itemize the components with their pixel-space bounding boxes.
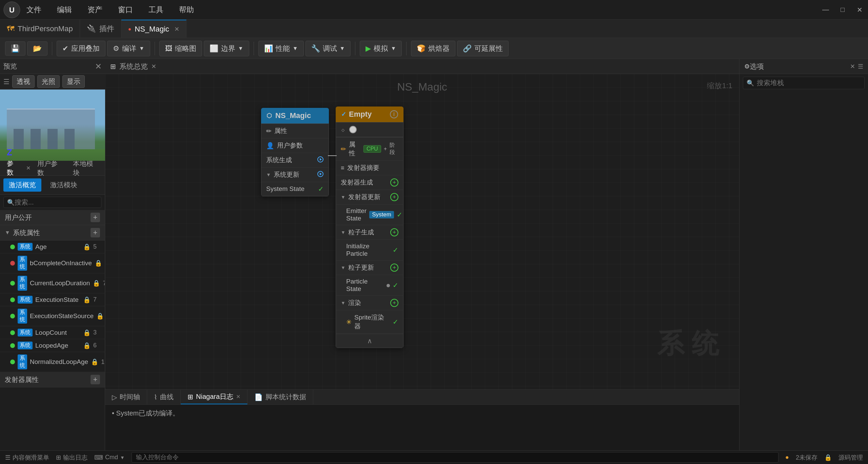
menu-file[interactable]: 文件 (24, 3, 44, 17)
empty-row-particle-gen[interactable]: ▼ 粒子生成 + (336, 225, 403, 240)
activate-tab-module[interactable]: 激活模块 (45, 178, 83, 192)
empty-node-footer[interactable]: ∧ (336, 334, 403, 348)
section-emitter-attrs-label: 发射器属性 (5, 375, 39, 384)
add-user-public-button[interactable]: + (91, 213, 100, 222)
extend-button[interactable]: 🔗 可延展性 (457, 41, 509, 56)
system-overview-close-icon[interactable]: ✕ (151, 63, 156, 70)
browse-button[interactable]: 📂 (27, 41, 47, 56)
add-emitter-gen-icon[interactable]: + (390, 178, 398, 187)
cmd-button[interactable]: ⌨ Cmd ▼ (94, 454, 125, 461)
ns-row-attributes[interactable]: ✏ 属性 (261, 124, 329, 138)
log-tab-curves[interactable]: ⌇ 曲线 (147, 390, 181, 404)
ns-row-user-params[interactable]: 👤 用户参数 (261, 138, 329, 153)
add-emitter-update-icon[interactable]: + (390, 193, 398, 201)
close-button[interactable]: ✕ (854, 5, 865, 15)
empty-row-emitter-gen[interactable]: 发射器生成 + (336, 175, 403, 190)
maximize-button[interactable]: □ (837, 5, 848, 15)
empty-row-render[interactable]: ▼ 渲染 + (336, 296, 403, 310)
compile-button[interactable]: ⚙ 编详 ▼ (107, 41, 150, 56)
plus-circle-emitter-gen[interactable]: + (390, 178, 398, 187)
plus-circle-emitter-update[interactable]: + (390, 193, 398, 201)
empty-row-emitter-update[interactable]: ▼ 发射器更新 + (336, 190, 403, 205)
params-tab-close-params[interactable]: ✕ (26, 165, 31, 171)
empty-row-particle-update[interactable]: ▼ 粒子更新 + (336, 260, 403, 275)
log-tab-niagara[interactable]: ⊞ Niagara日志 ✕ (181, 390, 248, 404)
empty-info-icon[interactable]: i (390, 110, 398, 118)
ns-row-system-update[interactable]: ▼ 系统更新 (261, 168, 329, 182)
add-render-icon[interactable]: + (390, 299, 398, 307)
empty-row-init-particle[interactable]: Initialize Particle ✓ (336, 240, 403, 260)
add-particle-gen-icon[interactable]: + (390, 228, 398, 236)
empty-row-summary[interactable]: ≡ 发射器摘要 (336, 161, 403, 175)
bake-button[interactable]: 🍞 烘焙器 (411, 41, 455, 56)
content-sidebar-button[interactable]: ☰ 内容侧滑菜单 (5, 453, 49, 462)
show-button[interactable]: 显示 (62, 75, 85, 88)
empty-row-sprite-renderer[interactable]: ✳ Sprite渲染器 ✓ (336, 310, 403, 334)
section-system-attrs[interactable]: ▼ 系统属性 + (0, 225, 105, 240)
menu-edit[interactable]: 编辑 (54, 3, 75, 17)
thumbnail-button[interactable]: 🖼 缩略图 (159, 41, 202, 56)
menu-asset[interactable]: 资产 (85, 3, 105, 17)
params-panel: 参数 ✕ 用户参数 本地模块 激活概览 激活模块 🔍 用户公开 + ▼ (0, 161, 105, 464)
save-button[interactable]: 💾 (5, 41, 25, 56)
check-init-particle: ✓ (393, 246, 398, 254)
options-close-icon[interactable]: ✕ (850, 63, 855, 70)
ns-row-user-params-label: 用户参数 (277, 141, 303, 150)
output-icon: ⊞ (56, 454, 61, 461)
perf-label: 性能 (276, 44, 290, 53)
plus-circle-particle-update[interactable]: + (390, 264, 398, 272)
collapse-icon-particle-gen: ▼ (341, 230, 346, 235)
output-log-button[interactable]: ⊞ 输出日志 (56, 453, 87, 462)
plus-stage-icon[interactable]: + (384, 146, 387, 152)
param-tag-loopedage: 系统 (18, 342, 33, 349)
ns-row-system-gen[interactable]: 系统生成 (261, 153, 329, 168)
add-emitter-attrs-button[interactable]: + (91, 375, 100, 384)
log-tab-niagara-close-icon[interactable]: ✕ (236, 393, 240, 400)
hamburger-icon[interactable]: ☰ (3, 78, 9, 86)
activate-tab-overview[interactable]: 激活概览 (3, 178, 41, 192)
lighting-button[interactable]: 光照 (37, 75, 60, 88)
log-tab-timeline[interactable]: ▷ 时间轴 (105, 390, 147, 404)
add-particle-update-icon[interactable]: + (390, 264, 398, 272)
plus-circle-particle-gen[interactable]: + (390, 228, 398, 236)
tab-plugins[interactable]: 🔌 插件 (80, 20, 121, 38)
tab-icon: 🗺 (7, 24, 14, 33)
ns-row-system-update-label: 系统更新 (274, 170, 299, 179)
perspective-button[interactable]: 透视 (12, 75, 35, 88)
graph-area[interactable]: NS_Magic 缩放1:1 系 统 ⬡ NS_Magic ✏ 属性 👤 用户参… (105, 74, 739, 389)
params-search-input[interactable] (15, 198, 98, 206)
section-user-public[interactable]: 用户公开 + (0, 210, 105, 225)
menu-window[interactable]: 窗口 (115, 3, 136, 17)
minimize-button[interactable]: — (821, 5, 831, 15)
tab-ns-magic[interactable]: ● NS_Magic ✕ (121, 20, 186, 38)
menu-help[interactable]: 帮助 (176, 3, 197, 17)
debug-button[interactable]: 🔧 调试 ▼ (305, 41, 351, 56)
options-filter-icon[interactable]: ☰ (858, 63, 863, 70)
log-tab-timeline-label: 时间轴 (120, 392, 140, 402)
ns-row-system-state[interactable]: System State ✓ (261, 182, 329, 196)
log-tab-script-stats[interactable]: 📄 脚本统计数据 (248, 390, 313, 404)
section-emitter-attrs[interactable]: 发射器属性 + (0, 372, 105, 387)
border-icon: ⬜ (210, 44, 218, 53)
simulate-button[interactable]: ▶ 模拟 ▼ (360, 41, 402, 56)
tab-close-icon[interactable]: ✕ (174, 25, 179, 33)
port-icon-2 (349, 126, 357, 133)
menu-tools[interactable]: 工具 (146, 3, 166, 17)
param-dot-age (10, 245, 15, 249)
apply-button[interactable]: ✔ 应用叠加 (57, 41, 105, 56)
add-system-attrs-button[interactable]: + (91, 228, 100, 237)
console-input[interactable] (136, 454, 774, 461)
empty-row-attributes[interactable]: ✏ 属性 CPU + 阶段 (336, 137, 403, 161)
border-button[interactable]: ⬜ 边界 ▼ (204, 41, 249, 56)
empty-row-particle-state[interactable]: Particle State ✓ (336, 275, 403, 296)
ns-magic-node-header[interactable]: ⬡ NS_Magic (261, 108, 329, 123)
tab-third-person-map[interactable]: 🗺 ThirdPersonMap (0, 20, 80, 38)
ns-row-system-state-label: System State (266, 185, 304, 193)
right-search-input[interactable] (757, 79, 861, 87)
empty-row-emitter-state[interactable]: Emitter State System ✓ (336, 205, 403, 225)
empty-node-header[interactable]: ✓ Empty i (336, 107, 403, 122)
info-circle-icon[interactable]: i (390, 110, 398, 118)
plus-circle-render[interactable]: + (390, 299, 398, 307)
perf-button[interactable]: 📊 性能 ▼ (258, 41, 304, 56)
viewport-close-icon[interactable]: ✕ (95, 62, 102, 71)
